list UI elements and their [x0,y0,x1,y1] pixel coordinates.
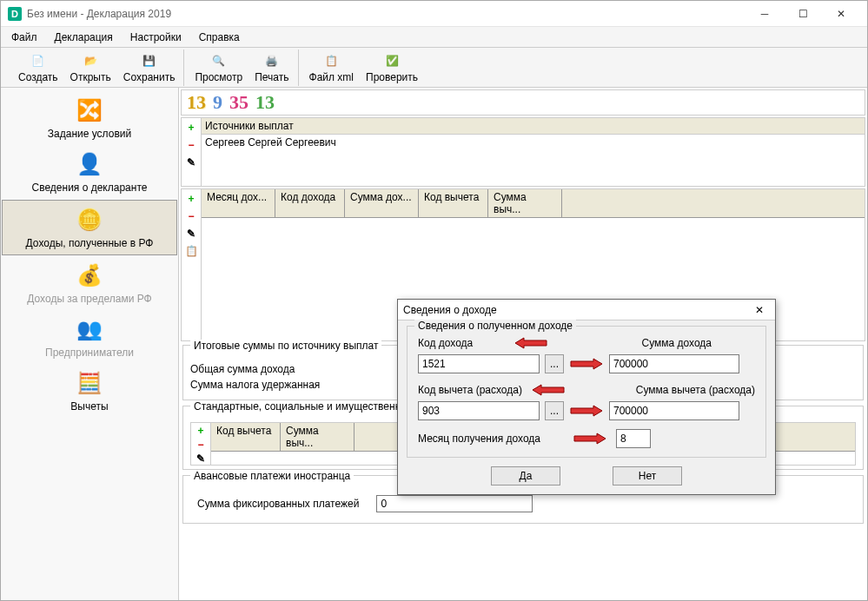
remove-deduction-button[interactable]: − [193,439,209,451]
dialog-fieldset-legend: Сведения о полученном доходе [414,320,576,332]
advance-input[interactable] [376,495,533,512]
total-income-label: Общая сумма дохода [190,363,347,375]
create-button[interactable]: 📄Создать [13,50,63,85]
open-folder-icon: 📂 [82,52,99,69]
arrow-left-icon [514,336,548,350]
sidebar: 🔀Задание условий 👤Сведения о декларанте … [1,88,179,600]
close-button[interactable]: ✕ [822,2,860,26]
rate-tab-9[interactable]: 9 [211,91,224,114]
remove-source-button[interactable]: − [183,137,199,153]
toolbar: 📄Создать 📂Открыть 💾Сохранить 🔍Просмотр 🖨… [1,48,867,88]
xml-button[interactable]: 📋Файл xml [304,50,360,85]
tree-icon: 🔀 [76,96,103,124]
income-table-header: Месяц дох... Код дохода Сумма дох... Код… [202,189,865,218]
open-button[interactable]: 📂Открыть [65,50,116,85]
window-controls: ─ ☐ ✕ [745,2,860,26]
sum-deduct-label: Сумма вычета (расхода) [636,382,755,398]
menu-file[interactable]: Файл [4,29,44,46]
code-income-picker[interactable]: ... [545,354,564,373]
totals-legend: Итоговые суммы по источнику выплат [190,340,381,352]
calculator-icon: 🧮 [76,369,103,397]
sum-income-label: Сумма дохода [641,335,712,351]
remove-income-button[interactable]: − [183,208,199,224]
add-deduction-button[interactable]: + [193,425,209,437]
sources-list: Источники выплат Сергеев Сергей Сергееви… [202,118,865,186]
arrow-right-icon [569,357,604,371]
col-ded-code: Код вычета [419,189,488,217]
rate-tab-35[interactable]: 35 [228,91,250,114]
xml-file-icon: 📋 [322,52,340,69]
yes-button[interactable]: Да [491,466,560,485]
titlebar: D Без имени - Декларация 2019 ─ ☐ ✕ [1,1,867,27]
app-icon: D [8,7,22,21]
tax-withheld-label: Сумма налога удержанная [190,379,347,391]
month-label: Месяц получения дохода [418,431,540,446]
check-button[interactable]: ✅Проверить [361,50,423,85]
ded-col-sum: Сумма выч... [281,423,354,451]
dialog-fieldset: Сведения о полученном доходе Код дохода … [407,326,766,458]
ded-col-code: Код вычета [211,423,281,451]
source-row[interactable]: Сергеев Сергей Сергеевич [202,135,865,150]
code-deduct-picker[interactable]: ... [545,401,564,420]
edit-deduction-button[interactable]: ✎ [193,452,209,465]
sidebar-item-deductions[interactable]: 🧮Вычеты [1,364,178,418]
month-input[interactable] [616,429,651,448]
code-deduct-label: Код вычета (расхода) [418,382,522,398]
advance-label: Сумма фиксированных платежей [197,498,359,510]
sources-panel: + − ✎ Источники выплат Сергеев Сергей Се… [181,117,865,187]
sum-deduct-input[interactable] [609,401,739,420]
sources-header: Источники выплат [202,118,865,135]
dialog-titlebar: Сведения о доходе ✕ [398,300,775,320]
sidebar-item-conditions[interactable]: 🔀Задание условий [1,91,178,145]
menu-help[interactable]: Справка [192,29,247,46]
sidebar-item-declarant[interactable]: 👤Сведения о декларанте [1,145,178,199]
menubar: Файл Декларация Настройки Справка [1,27,867,48]
sum-income-input[interactable] [609,354,739,373]
sidebar-item-entrepreneurs[interactable]: 👥Предприниматели [1,310,178,364]
add-source-button[interactable]: + [183,120,199,135]
deductions-tools: + − ✎ [191,423,211,465]
check-icon: ✅ [383,52,401,69]
print-button[interactable]: 🖨️Печать [249,50,294,85]
menu-settings[interactable]: Настройки [123,29,189,46]
income-tools: + − ✎ 📋 [182,189,202,340]
print-icon: 🖨️ [263,52,281,69]
sources-tools: + − ✎ [182,118,202,186]
rate-tab-13a[interactable]: 13 [185,91,208,114]
add-income-button[interactable]: + [183,191,199,207]
save-icon: 💾 [141,52,158,69]
menu-declaration[interactable]: Декларация [48,29,120,46]
maximize-button[interactable]: ☐ [784,2,822,26]
arrow-right-icon-2 [569,404,604,418]
edit-income-button[interactable]: ✎ [183,226,199,241]
person-icon: 👤 [76,150,103,178]
code-income-input[interactable] [418,354,540,373]
code-deduct-input[interactable] [418,401,540,420]
col-sum: Сумма дох... [345,189,419,217]
sidebar-item-income-abroad[interactable]: 💰Доходы за пределами РФ [1,256,178,310]
tax-rate-tabs: 13 9 35 13 [181,89,865,116]
minimize-button[interactable]: ─ [745,2,784,26]
dialog-close-button[interactable]: ✕ [749,301,770,319]
preview-button[interactable]: 🔍Просмотр [189,50,248,85]
col-month: Месяц дох... [202,189,275,217]
dialog-title: Сведения о доходе [403,304,749,316]
copy-income-button[interactable]: 📋 [183,243,199,259]
code-income-label: Код дохода [418,335,505,351]
income-dialog: Сведения о доходе ✕ Сведения о полученно… [397,299,776,495]
preview-icon: 🔍 [210,52,228,69]
arrow-right-icon-3 [573,432,607,446]
col-code: Код дохода [275,189,345,217]
sidebar-item-income-rf[interactable]: 🪙Доходы, полученные в РФ [2,200,177,255]
save-button[interactable]: 💾Сохранить [118,50,181,85]
new-file-icon: 📄 [30,52,47,69]
col-ded-sum: Сумма выч... [488,189,562,217]
rate-tab-13b[interactable]: 13 [254,91,276,114]
window-title: Без имени - Декларация 2019 [27,8,745,20]
no-button[interactable]: Нет [613,466,682,485]
coins-icon: 🪙 [76,206,103,234]
advance-legend: Авансовые платежи иностранца [190,470,354,482]
arrow-left-icon-2 [531,383,566,397]
moneybag-icon: 💰 [76,261,103,289]
edit-source-button[interactable]: ✎ [183,155,199,170]
